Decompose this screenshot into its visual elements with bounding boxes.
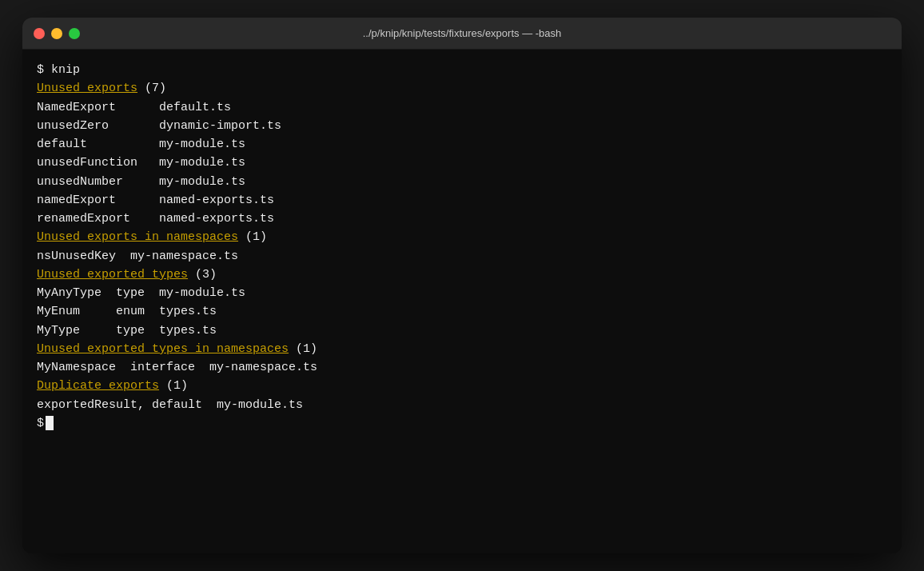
section-count-unused-exports-ns: (1) bbox=[238, 230, 267, 244]
export-row-6: namedExport named-exports.ts bbox=[37, 191, 887, 210]
section-duplicate-exports: Duplicate exports (1) bbox=[37, 377, 887, 395]
traffic-lights bbox=[34, 28, 80, 39]
terminal-content: $ knip Unused exports (7) NamedExport de… bbox=[37, 61, 887, 433]
command-line: $ knip bbox=[37, 61, 887, 79]
section-header-unused-exported-types: Unused exported types bbox=[37, 268, 188, 282]
section-unused-exported-types: Unused exported types (3) bbox=[37, 266, 887, 284]
export-row-1: NamedExport default.ts bbox=[37, 98, 887, 117]
section-unused-exported-types-ns: Unused exported types in namespaces (1) bbox=[37, 340, 887, 358]
maximize-button[interactable] bbox=[69, 28, 80, 39]
titlebar: ../p/knip/knip/tests/fixtures/exports — … bbox=[22, 18, 902, 50]
export-row-7: renamedExport named-exports.ts bbox=[37, 210, 887, 228]
type-row-1: MyAnyType type my-module.ts bbox=[37, 284, 887, 302]
section-header-unused-exported-types-ns: Unused exported types in namespaces bbox=[37, 342, 289, 356]
type-row-2: MyEnum enum types.ts bbox=[37, 302, 887, 321]
section-count-duplicate-exports: (1) bbox=[159, 379, 188, 393]
export-row-2: unusedZero dynamic-import.ts bbox=[37, 117, 887, 135]
section-count-unused-exports: (7) bbox=[137, 82, 166, 95]
terminal-body[interactable]: $ knip Unused exports (7) NamedExport de… bbox=[22, 50, 902, 553]
minimize-button[interactable] bbox=[51, 28, 62, 39]
window-title: ../p/knip/knip/tests/fixtures/exports — … bbox=[363, 27, 562, 39]
section-count-unused-exported-types-ns: (1) bbox=[289, 342, 317, 356]
export-row-5: unusedNumber my-module.ts bbox=[37, 173, 887, 191]
terminal-window: ../p/knip/knip/tests/fixtures/exports — … bbox=[22, 18, 902, 553]
export-row-4: unusedFunction my-module.ts bbox=[37, 154, 887, 172]
section-header-unused-exports-ns: Unused exports in namespaces bbox=[37, 230, 238, 244]
section-unused-exports: Unused exports (7) bbox=[37, 79, 887, 98]
cursor bbox=[46, 416, 54, 430]
type-row-3: MyType type types.ts bbox=[37, 321, 887, 340]
ns-type-row-1: MyNamespace interface my-namespace.ts bbox=[37, 358, 887, 377]
export-row-3: default my-module.ts bbox=[37, 135, 887, 154]
dup-export-row-1: exportedResult, default my-module.ts bbox=[37, 396, 887, 414]
prompt-line: $ bbox=[37, 414, 887, 433]
section-header-unused-exports: Unused exports bbox=[37, 82, 137, 95]
prompt-symbol: $ bbox=[37, 414, 44, 433]
section-header-duplicate-exports: Duplicate exports bbox=[37, 379, 159, 393]
close-button[interactable] bbox=[34, 28, 45, 39]
section-unused-exports-ns: Unused exports in namespaces (1) bbox=[37, 228, 887, 246]
section-count-unused-exported-types: (3) bbox=[188, 268, 217, 282]
ns-export-row-1: nsUnusedKey my-namespace.ts bbox=[37, 247, 887, 266]
